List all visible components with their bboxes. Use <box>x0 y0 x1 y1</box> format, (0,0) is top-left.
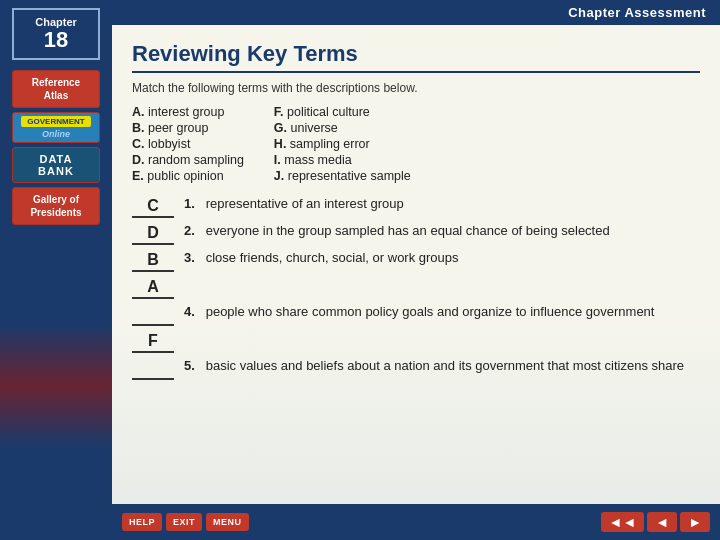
term-B: B. peer group <box>132 121 244 135</box>
terms-col-right: F. political culture G. universe H. samp… <box>274 105 411 183</box>
top-bar: Chapter Assessment <box>112 0 720 25</box>
nav-arrows: ◄◄ ◄ ► <box>601 512 710 532</box>
menu-button[interactable]: MENU <box>206 513 249 531</box>
help-button[interactable]: HELP <box>122 513 162 531</box>
sidebar-item-reference-atlas[interactable]: ReferenceAtlas <box>12 70 100 108</box>
chapter-box: Chapter 18 <box>12 8 100 60</box>
answer-3b: B <box>132 251 174 272</box>
qa-row-3b: B 3. close friends, church, social, or w… <box>132 249 700 272</box>
sidebar-decoration <box>0 231 112 540</box>
sidebar-item-gov-online[interactable]: GOVERNMENT Online <box>12 112 100 143</box>
question-4: 4. people who share common policy goals … <box>184 303 700 322</box>
term-G: G. universe <box>274 121 411 135</box>
qa-row-3a: A <box>132 276 700 299</box>
question-5: 5. basic values and beliefs about a nati… <box>184 357 700 376</box>
content-area: Reviewing Key Terms Match the following … <box>112 25 720 504</box>
sidebar-item-data-bank[interactable]: DATABANK <box>12 147 100 183</box>
answer-2: D <box>132 224 174 245</box>
page-title: Reviewing Key Terms <box>132 41 700 73</box>
exit-button[interactable]: EXIT <box>166 513 202 531</box>
term-I: I. mass media <box>274 153 411 167</box>
term-A: A. interest group <box>132 105 244 119</box>
question-1: 1. representative of an interest group <box>184 195 700 214</box>
bottom-buttons: HELP EXIT MENU <box>122 513 249 531</box>
chapter-number: 18 <box>24 28 88 52</box>
back-to-start-button[interactable]: ◄◄ <box>601 512 645 532</box>
qa-row-5blank: 5. basic values and beliefs about a nati… <box>132 357 700 380</box>
bottom-bar: HELP EXIT MENU ◄◄ ◄ ► <box>112 504 720 540</box>
main-content: Chapter Assessment Reviewing Key Terms M… <box>112 0 720 540</box>
term-H: H. sampling error <box>274 137 411 151</box>
terms-col-left: A. interest group B. peer group C. lobby… <box>132 105 244 183</box>
answer-1: C <box>132 197 174 218</box>
qa-section: C 1. representative of an interest group… <box>132 195 700 384</box>
qa-row-4f: F <box>132 330 700 353</box>
terms-grid: A. interest group B. peer group C. lobby… <box>132 105 700 183</box>
answer-4blank <box>132 305 174 326</box>
back-button[interactable]: ◄ <box>647 512 677 532</box>
instructions: Match the following terms with the descr… <box>132 81 700 95</box>
chapter-assessment-title: Chapter Assessment <box>568 5 706 20</box>
gov-online-logo: GOVERNMENT <box>21 116 91 127</box>
term-J: J. representative sample <box>274 169 411 183</box>
sidebar: Chapter 18 ReferenceAtlas GOVERNMENT Onl… <box>0 0 112 540</box>
answer-4f: F <box>132 332 174 353</box>
question-3: 3. close friends, church, social, or wor… <box>184 249 700 268</box>
qa-row-2: D 2. everyone in the group sampled has a… <box>132 222 700 245</box>
sidebar-item-gallery[interactable]: Gallery ofPresidents <box>12 187 100 225</box>
qa-row-4blank: 4. people who share common policy goals … <box>132 303 700 326</box>
term-C: C. lobbyist <box>132 137 244 151</box>
sidebar-nav: ReferenceAtlas GOVERNMENT Online DATABAN… <box>0 70 112 225</box>
forward-button[interactable]: ► <box>680 512 710 532</box>
qa-row-1: C 1. representative of an interest group <box>132 195 700 218</box>
answer-3a: A <box>132 278 174 299</box>
answer-5blank <box>132 359 174 380</box>
question-2: 2. everyone in the group sampled has an … <box>184 222 700 241</box>
term-F: F. political culture <box>274 105 411 119</box>
term-D: D. random sampling <box>132 153 244 167</box>
gov-online-label: Online <box>42 129 70 139</box>
term-E: E. public opinion <box>132 169 244 183</box>
